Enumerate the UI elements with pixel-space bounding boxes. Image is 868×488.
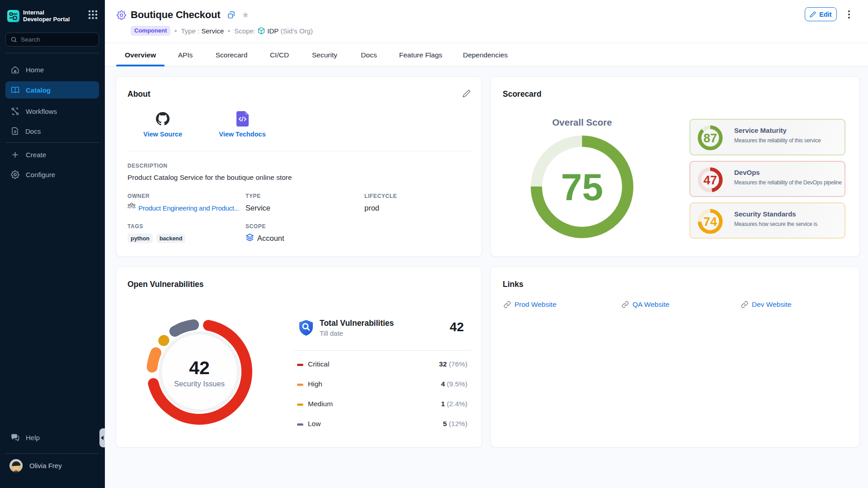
svg-text:87: 87 — [703, 131, 717, 145]
svg-text:47: 47 — [703, 174, 717, 187]
svg-text:Security Issues: Security Issues — [174, 380, 225, 388]
svg-text:42: 42 — [189, 357, 210, 378]
svg-text:74: 74 — [703, 215, 717, 229]
svg-text:?: ? — [14, 434, 15, 437]
svg-text:75: 75 — [561, 166, 603, 208]
